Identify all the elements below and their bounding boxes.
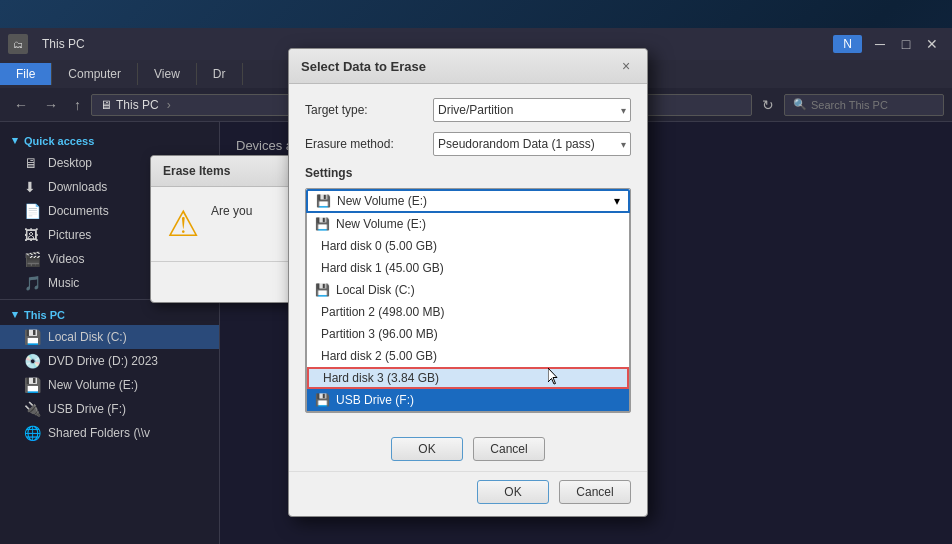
sidebar-item-dvd[interactable]: 💿 DVD Drive (D:) 2023: [0, 349, 219, 373]
sidebar-label-local-disk: Local Disk (C:): [48, 330, 127, 344]
dialog-cancel-button[interactable]: Cancel: [473, 437, 545, 461]
back-button[interactable]: ←: [8, 95, 34, 115]
dropdown-option-1[interactable]: Hard disk 0 (5.00 GB): [307, 235, 629, 257]
footer-ok-button[interactable]: OK: [477, 480, 549, 504]
this-pc-label: This PC: [24, 309, 65, 321]
dropdown-option-6[interactable]: Hard disk 2 (5.00 GB): [307, 345, 629, 367]
sidebar-item-shared[interactable]: 🌐 Shared Folders (\\v: [0, 421, 219, 445]
sidebar-label-dvd: DVD Drive (D:) 2023: [48, 354, 158, 368]
target-type-label: Target type:: [305, 103, 425, 117]
option-label-6: Hard disk 2 (5.00 GB): [321, 349, 437, 363]
close-button[interactable]: ✕: [920, 32, 944, 56]
address-icon: 🖥: [100, 98, 112, 112]
chevron-down-icon: ▾: [12, 134, 18, 147]
selected-drive-icon: 💾: [316, 194, 331, 208]
option-icon-0: 💾: [315, 217, 330, 231]
warning-icon: ⚠: [167, 203, 199, 245]
select-dialog-title-text: Select Data to Erase: [301, 59, 426, 74]
sidebar-item-local-disk[interactable]: 💾 Local Disk (C:): [0, 325, 219, 349]
sidebar-label-pictures: Pictures: [48, 228, 91, 242]
sidebar-item-usb[interactable]: 🔌 USB Drive (F:): [0, 397, 219, 421]
dropdown-option-4[interactable]: Partition 2 (498.00 MB): [307, 301, 629, 323]
select-dialog-title: Select Data to Erase ×: [289, 49, 647, 84]
dropdown-option-2[interactable]: Hard disk 1 (45.00 GB): [307, 257, 629, 279]
select-dialog-footer: OK Cancel: [289, 471, 647, 516]
erasure-method-arrow: ▾: [621, 139, 626, 150]
dropdown-option-3[interactable]: 💾 Local Disk (C:): [307, 279, 629, 301]
option-label-4: Partition 2 (498.00 MB): [321, 305, 444, 319]
dropdown-option-5[interactable]: Partition 3 (96.00 MB): [307, 323, 629, 345]
sidebar-label-desktop: Desktop: [48, 156, 92, 170]
pictures-icon: 🖼: [24, 227, 40, 243]
erasure-method-row: Erasure method: Pseudorandom Data (1 pas…: [305, 132, 631, 156]
refresh-button[interactable]: ↻: [756, 95, 780, 115]
music-icon: 🎵: [24, 275, 40, 291]
select-dialog-body: Target type: Drive/Partition ▾ Erasure m…: [289, 84, 647, 427]
option-icon-8: 💾: [315, 393, 330, 407]
erasure-method-value: Pseudorandom Data (1 pass): [438, 137, 595, 151]
sidebar-item-new-volume[interactable]: 💾 New Volume (E:): [0, 373, 219, 397]
dvd-icon: 💿: [24, 353, 40, 369]
option-icon-3: 💾: [315, 283, 330, 297]
tab-dr[interactable]: Dr: [197, 63, 243, 85]
usb-icon: 🔌: [24, 401, 40, 417]
address-chevron: ›: [167, 98, 171, 112]
erasure-method-label: Erasure method:: [305, 137, 425, 151]
target-type-row: Target type: Drive/Partition ▾: [305, 98, 631, 122]
dropdown-options-list: 💾 New Volume (E:) Hard disk 0 (5.00 GB) …: [306, 213, 630, 412]
settings-label: Settings: [305, 166, 631, 180]
select-data-dialog: Select Data to Erase × Target type: Driv…: [288, 48, 648, 517]
dropdown-option-0[interactable]: 💾 New Volume (E:): [307, 213, 629, 235]
downloads-icon: ⬇: [24, 179, 40, 195]
this-pc-header: ▾ This PC: [0, 304, 219, 325]
dropdown-header[interactable]: 💾 New Volume (E:) ▾: [306, 189, 630, 213]
desktop-icon: 🖥: [24, 155, 40, 171]
dropdown-header-text: 💾 New Volume (E:): [316, 194, 427, 208]
selected-drive-text: New Volume (E:): [337, 194, 427, 208]
documents-icon: 📄: [24, 203, 40, 219]
this-pc-chevron: ▾: [12, 308, 18, 321]
select-dialog-close-button[interactable]: ×: [617, 57, 635, 75]
shared-icon: 🌐: [24, 425, 40, 441]
tab-file[interactable]: File: [0, 63, 52, 85]
search-placeholder: Search This PC: [811, 99, 888, 111]
sidebar-label-music: Music: [48, 276, 79, 290]
tab-view[interactable]: View: [138, 63, 197, 85]
dropdown-arrow: ▾: [614, 194, 620, 208]
quick-access-header: ▾ Quick access: [0, 130, 219, 151]
forward-button[interactable]: →: [38, 95, 64, 115]
search-bar[interactable]: 🔍 Search This PC: [784, 94, 944, 116]
local-disk-icon: 💾: [24, 329, 40, 345]
back-icon: ←: [14, 97, 28, 113]
erasure-method-select[interactable]: Pseudorandom Data (1 pass) ▾: [433, 132, 631, 156]
maximize-button[interactable]: □: [894, 32, 918, 56]
sidebar-label-shared: Shared Folders (\\v: [48, 426, 150, 440]
minimize-icon: ─: [875, 36, 885, 52]
minimize-button[interactable]: ─: [868, 32, 892, 56]
erase-popup-message: Are you: [211, 203, 252, 220]
option-label-0: New Volume (E:): [336, 217, 426, 231]
dialog-ok-button[interactable]: OK: [391, 437, 463, 461]
address-text: This PC: [116, 98, 159, 112]
new-tab-button[interactable]: N: [833, 35, 862, 53]
sidebar-label-downloads: Downloads: [48, 180, 107, 194]
target-type-select[interactable]: Drive/Partition ▾: [433, 98, 631, 122]
videos-icon: 🎬: [24, 251, 40, 267]
dropdown-option-8[interactable]: 💾 USB Drive (F:): [307, 389, 629, 411]
footer-cancel-button[interactable]: Cancel: [559, 480, 631, 504]
up-button[interactable]: ↑: [68, 95, 87, 115]
sidebar-label-new-volume: New Volume (E:): [48, 378, 138, 392]
target-type-value: Drive/Partition: [438, 103, 513, 117]
up-icon: ↑: [74, 97, 81, 113]
option-label-3: Local Disk (C:): [336, 283, 415, 297]
drive-dropdown[interactable]: 💾 New Volume (E:) ▾ 💾 New Volume (E:) Ha…: [305, 188, 631, 413]
option-label-2: Hard disk 1 (45.00 GB): [321, 261, 444, 275]
option-label-1: Hard disk 0 (5.00 GB): [321, 239, 437, 253]
option-label-5: Partition 3 (96.00 MB): [321, 327, 438, 341]
dropdown-option-7[interactable]: Hard disk 3 (3.84 GB): [307, 367, 629, 389]
titlebar-icons: 🗂: [8, 34, 28, 54]
forward-icon: →: [44, 97, 58, 113]
new-volume-icon: 💾: [24, 377, 40, 393]
tab-computer[interactable]: Computer: [52, 63, 138, 85]
close-icon: ✕: [926, 36, 938, 52]
